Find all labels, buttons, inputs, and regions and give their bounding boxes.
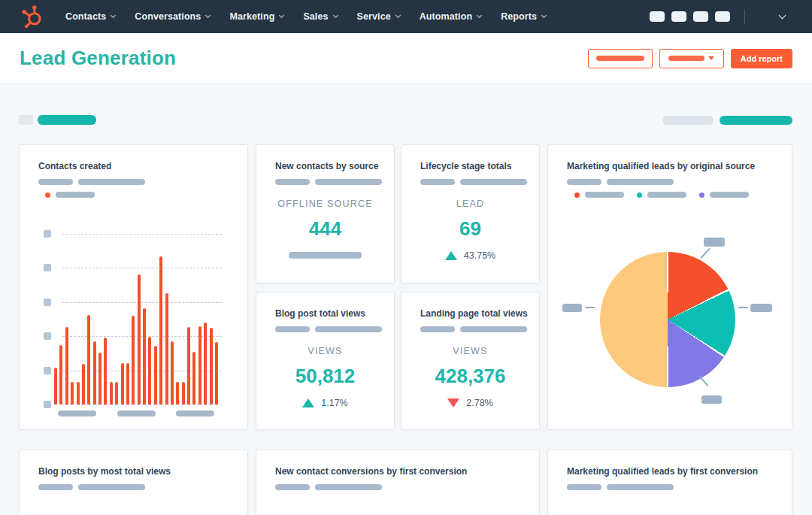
date-filter-placeholder[interactable] (662, 116, 714, 125)
bar[interactable] (59, 345, 62, 404)
metric-label: VIEWS (401, 346, 539, 356)
axis-tick-placeholder (44, 264, 51, 271)
metric-footer-placeholder (289, 252, 362, 259)
bar[interactable] (171, 341, 174, 404)
nav-item-automation[interactable]: Automation (410, 0, 491, 33)
dashboard-filter-row (19, 115, 792, 125)
chevron-down-icon (541, 12, 547, 17)
card-subtitle-placeholder (567, 179, 792, 185)
metric-value: 50,812 (256, 365, 394, 388)
bar[interactable] (165, 293, 168, 404)
bar[interactable] (143, 308, 146, 404)
nav-item-label: Marketing (229, 11, 274, 22)
pie-callout-label-placeholder (562, 304, 582, 312)
pie-callout-line (698, 376, 709, 387)
pie-callout-label-placeholder (704, 238, 725, 247)
bar[interactable] (121, 363, 124, 404)
nav-item-sales[interactable]: Sales (293, 0, 347, 33)
bar[interactable] (215, 342, 218, 404)
pie-legend (574, 192, 792, 198)
nav-utility-icon-placeholder[interactable] (715, 11, 730, 22)
bar[interactable] (54, 368, 57, 404)
nav-item-service[interactable]: Service (347, 0, 410, 33)
card-mql-by-first-conversion: Marketing qualified leads by first conve… (547, 450, 792, 515)
nav-item-reports[interactable]: Reports (491, 0, 556, 33)
card-title: Blog post total views (275, 308, 394, 319)
card-landing-page-total-views: Landing page total views VIEWS 428,376 2… (401, 292, 540, 430)
bar[interactable] (192, 352, 195, 404)
nav-utility-icon-placeholder[interactable] (693, 11, 708, 22)
bar[interactable] (82, 364, 85, 404)
bar[interactable] (93, 341, 96, 404)
bar[interactable] (115, 382, 118, 404)
chevron-down-icon (205, 12, 211, 17)
bar[interactable] (182, 382, 185, 404)
dashboard-action-button-placeholder[interactable] (588, 49, 653, 68)
filter-controls (662, 116, 792, 125)
card-title: Contacts created (38, 161, 247, 171)
bar-chart (20, 234, 247, 404)
bar[interactable] (198, 326, 201, 404)
axis-tick-placeholder (44, 367, 51, 374)
axis-tick-placeholder (44, 298, 51, 306)
nav-item-label: Service (357, 11, 391, 22)
bar[interactable] (110, 382, 113, 404)
hubspot-logo-icon[interactable] (20, 4, 45, 29)
nav-utility-icon-placeholder[interactable] (671, 11, 686, 22)
pie-callout-line (700, 248, 710, 259)
add-report-button[interactable]: Add report (731, 49, 792, 68)
bar[interactable] (159, 256, 162, 404)
x-axis-label-placeholder (117, 410, 156, 417)
card-subtitle-placeholder (275, 179, 394, 185)
bar[interactable] (65, 327, 68, 404)
card-subtitle-placeholder (275, 484, 539, 490)
delta-up-icon (445, 251, 457, 260)
back-control-placeholder[interactable] (19, 115, 33, 125)
pie-callout-line (585, 307, 595, 308)
nav-item-label: Contacts (65, 11, 106, 22)
bar[interactable] (204, 323, 207, 404)
nav-item-label: Sales (303, 11, 328, 22)
legend-dot (637, 192, 642, 198)
bar[interactable] (176, 382, 179, 404)
bar[interactable] (77, 382, 80, 404)
bar[interactable] (104, 338, 107, 404)
metric-value: 444 (256, 217, 394, 241)
card-title: New contact conversions by first convers… (275, 466, 539, 477)
legend-label-placeholder (647, 192, 686, 198)
nav-divider (744, 9, 745, 24)
card-title: Blog posts by most total views (38, 466, 247, 477)
chevron-down-icon (333, 12, 338, 17)
bar[interactable] (154, 346, 157, 404)
card-new-contacts-by-source: New contacts by source OFFLINE SOURCE 44… (256, 144, 395, 283)
bar[interactable] (210, 328, 213, 404)
account-chevron-down-icon[interactable] (779, 11, 786, 19)
metric-value: 69 (401, 217, 539, 241)
bar[interactable] (98, 353, 102, 404)
nav-item-conversations[interactable]: Conversations (125, 0, 220, 33)
x-axis-labels (54, 410, 218, 417)
bar[interactable] (71, 382, 74, 404)
chart-legend (45, 192, 247, 198)
header-actions: Add report (588, 49, 792, 68)
card-new-contact-conversions: New contact conversions by first convers… (256, 450, 540, 515)
pie-callout-label-placeholder (750, 304, 772, 312)
bar[interactable] (138, 274, 141, 404)
share-control-placeholder[interactable] (720, 116, 792, 125)
metric-delta: 43.75% (401, 250, 539, 261)
bar[interactable] (87, 315, 90, 404)
card-subtitle-placeholder (567, 484, 792, 490)
bar[interactable] (132, 316, 135, 404)
chevron-down-icon (395, 12, 401, 17)
pie-chart[interactable] (600, 252, 735, 387)
nav-utility-icon-placeholder[interactable] (650, 11, 665, 22)
dashboard-dropdown-button-placeholder[interactable] (659, 49, 724, 68)
nav-item-contacts[interactable]: Contacts (56, 0, 125, 33)
bar[interactable] (187, 327, 190, 404)
bar[interactable] (126, 363, 129, 404)
nav-item-marketing[interactable]: Marketing (220, 0, 293, 33)
bar[interactable] (148, 337, 151, 404)
dashboard-name-placeholder[interactable] (38, 115, 96, 125)
legend-dot (45, 192, 50, 198)
metric-delta: 2.78% (401, 398, 539, 408)
